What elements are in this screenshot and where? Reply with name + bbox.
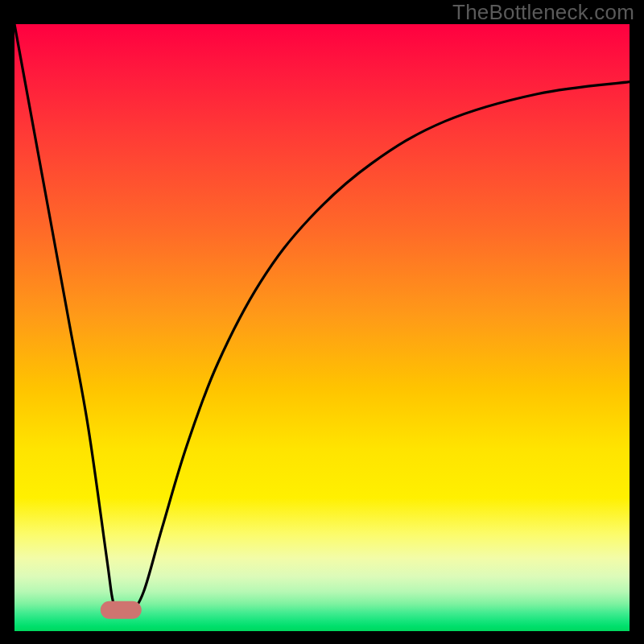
- bottleneck-curve: [14, 24, 630, 612]
- optimal-marker: [101, 601, 141, 619]
- plot-area: [14, 24, 630, 631]
- watermark-text: TheBottleneck.com: [452, 0, 634, 25]
- curve-layer: [14, 24, 630, 631]
- chart-frame: TheBottleneck.com: [0, 0, 644, 644]
